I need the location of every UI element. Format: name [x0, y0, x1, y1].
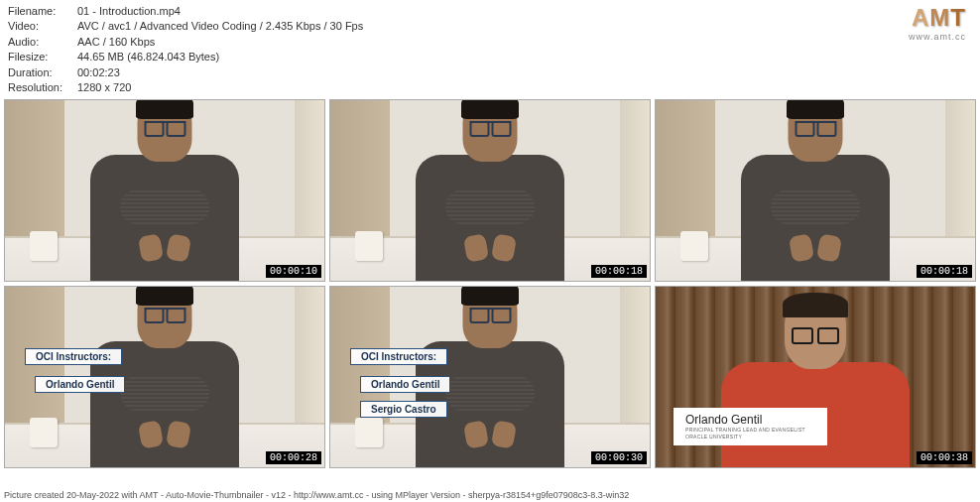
- mug-icon: [355, 231, 383, 261]
- metadata-row-filesize: Filesize: 44.65 MB (46.824.043 Bytes): [8, 50, 363, 64]
- timestamp: 00:00:10: [266, 265, 321, 278]
- card-title-line2: ORACLE UNIVERSITY: [685, 434, 815, 440]
- filename-value: 01 - Introduction.mp4: [77, 4, 181, 19]
- overlay-instructor-name: Orlando Gentil: [35, 376, 125, 393]
- resolution-label: Resolution:: [8, 80, 77, 95]
- thumbnail-2: 00:00:18: [329, 99, 651, 282]
- logo-url: www.amt.cc: [909, 32, 966, 42]
- card-name: Orlando Gentil: [685, 413, 815, 427]
- filesize-label: Filesize:: [8, 50, 77, 64]
- metadata-block: Filename: 01 - Introduction.mp4 Video: A…: [8, 4, 363, 95]
- metadata-row-audio: Audio: AAC / 160 Kbps: [8, 35, 363, 50]
- thumbnail-grid: 00:00:10 00:00:18 00:00:18: [0, 99, 980, 468]
- thumbnail-5: OCI Instructors: Orlando Gentil Sergio C…: [329, 286, 651, 468]
- overlay-instructor-name: Orlando Gentil: [360, 376, 450, 393]
- person-figure: [401, 286, 579, 462]
- timestamp: 00:00:38: [917, 451, 972, 464]
- name-card: Orlando Gentil PRINCIPAL TRAINING LEAD A…: [674, 408, 827, 445]
- audio-value: AAC / 160 Kbps: [77, 35, 155, 50]
- person-figure: [75, 99, 254, 276]
- logo-text: AMT: [909, 4, 966, 32]
- overlay-instructors-title: OCI Instructors:: [25, 348, 122, 365]
- filename-label: Filename:: [8, 4, 77, 19]
- metadata-row-video: Video: AVC / avc1 / Advanced Video Codin…: [8, 19, 363, 34]
- timestamp: 00:00:30: [591, 451, 647, 464]
- overlay-instructors-title: OCI Instructors:: [350, 348, 447, 365]
- video-label: Video:: [8, 19, 77, 34]
- footer: Picture created 20-May-2022 with AMT - A…: [0, 488, 980, 502]
- thumbnail-6: Orlando Gentil PRINCIPAL TRAINING LEAD A…: [655, 286, 976, 468]
- audio-label: Audio:: [8, 35, 77, 50]
- header: Filename: 01 - Introduction.mp4 Video: A…: [0, 0, 980, 99]
- mug-icon: [30, 231, 58, 261]
- mug-icon: [680, 231, 708, 261]
- thumbnail-1: 00:00:10: [4, 99, 325, 282]
- thumbnail-3: 00:00:18: [655, 99, 976, 282]
- timestamp: 00:00:28: [266, 451, 321, 464]
- card-title-line1: PRINCIPAL TRAINING LEAD AND EVANGELIST: [685, 427, 815, 434]
- filesize-value: 44.65 MB (46.824.043 Bytes): [77, 50, 219, 64]
- logo-letter-m: M: [929, 4, 950, 32]
- duration-value: 00:02:23: [77, 65, 120, 80]
- logo-letter-a: A: [912, 4, 929, 32]
- duration-label: Duration:: [8, 65, 77, 80]
- mug-icon: [30, 418, 58, 447]
- timestamp: 00:00:18: [917, 265, 972, 278]
- metadata-row-duration: Duration: 00:02:23: [8, 65, 363, 80]
- metadata-row-filename: Filename: 01 - Introduction.mp4: [8, 4, 363, 19]
- resolution-value: 1280 x 720: [77, 80, 131, 95]
- person-figure: [726, 99, 905, 276]
- thumbnail-4: OCI Instructors: Orlando Gentil 00:00:28: [4, 286, 325, 468]
- person-figure: [401, 99, 579, 276]
- video-value: AVC / avc1 / Advanced Video Coding / 2.4…: [77, 19, 363, 34]
- overlay-instructor-name: Sergio Castro: [360, 401, 447, 418]
- metadata-row-resolution: Resolution: 1280 x 720: [8, 80, 363, 95]
- timestamp: 00:00:18: [591, 265, 647, 278]
- mug-icon: [355, 418, 383, 447]
- logo-letter-t: T: [950, 4, 966, 32]
- person-figure: [75, 286, 254, 462]
- logo: AMT www.amt.cc: [909, 4, 972, 42]
